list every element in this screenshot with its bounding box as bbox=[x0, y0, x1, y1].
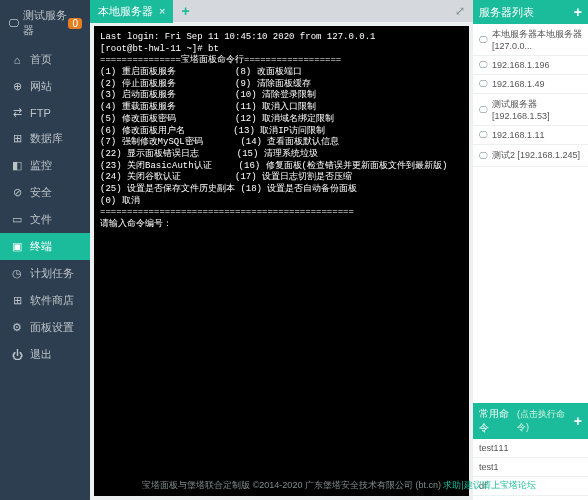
server-item-label: 192.168.1.11 bbox=[492, 130, 545, 140]
server-list-title: 服务器列表 bbox=[479, 5, 534, 20]
add-server-button[interactable]: + bbox=[574, 4, 582, 20]
terminal-output[interactable]: Last login: Fri Sep 11 10:45:10 2020 fro… bbox=[94, 26, 469, 496]
tab-label: 本地服务器 bbox=[98, 4, 153, 19]
tab-bar: 本地服务器 × + ⤢ bbox=[90, 0, 473, 22]
sidebar-icon: ▭ bbox=[10, 213, 24, 226]
sidebar-item-label: 计划任务 bbox=[30, 266, 74, 281]
forum-link[interactable]: 求助|建议请上宝塔论坛 bbox=[443, 480, 535, 490]
sidebar-item-label: 监控 bbox=[30, 158, 52, 173]
add-command-button[interactable]: + bbox=[574, 413, 582, 429]
server-item-label: 192.168.1.196 bbox=[492, 60, 550, 70]
right-panel: 服务器列表 + 🖵本地服务器本地服务器 [127.0.0...🖵192.168.… bbox=[473, 0, 588, 500]
sidebar-item-0[interactable]: ⌂首页 bbox=[0, 46, 90, 73]
sidebar-icon: ⚙ bbox=[10, 321, 24, 334]
tab-local-server[interactable]: 本地服务器 × bbox=[90, 0, 173, 23]
sidebar-header: 🖵 测试服务器 0 bbox=[0, 0, 90, 46]
sidebar: 🖵 测试服务器 0 ⌂首页⊕网站⇄FTP⊞数据库◧监控⊘安全▭文件▣终端◷计划任… bbox=[0, 0, 90, 500]
server-icon: 🖵 bbox=[8, 17, 19, 29]
sidebar-item-label: 退出 bbox=[30, 347, 52, 362]
sidebar-item-label: 文件 bbox=[30, 212, 52, 227]
tab-expand-icon[interactable]: ⤢ bbox=[447, 0, 473, 22]
server-item-label: 测试2 [192.168.1.245] bbox=[492, 149, 580, 162]
server-item-icon: 🖵 bbox=[479, 60, 488, 70]
sidebar-icon: ⌂ bbox=[10, 54, 24, 66]
sidebar-icon: ◧ bbox=[10, 159, 24, 172]
server-item-icon: 🖵 bbox=[479, 35, 488, 45]
sidebar-item-2[interactable]: ⇄FTP bbox=[0, 100, 90, 125]
sidebar-icon: ⏻ bbox=[10, 349, 24, 361]
footer: 宝塔面板与堡塔联合定制版 ©2014-2020 广东堡塔安全技术有限公司 (bt… bbox=[90, 475, 588, 496]
tab-close-icon[interactable]: × bbox=[159, 5, 165, 17]
sidebar-item-1[interactable]: ⊕网站 bbox=[0, 73, 90, 100]
sidebar-item-4[interactable]: ◧监控 bbox=[0, 152, 90, 179]
sidebar-item-label: 终端 bbox=[30, 239, 52, 254]
sidebar-icon: ◷ bbox=[10, 267, 24, 280]
server-item-label: 192.168.1.49 bbox=[492, 79, 545, 89]
sidebar-icon: ⊞ bbox=[10, 132, 24, 145]
server-item-label: 测试服务器 [192.168.1.53] bbox=[492, 98, 582, 121]
sidebar-item-label: 数据库 bbox=[30, 131, 63, 146]
sidebar-item-label: 面板设置 bbox=[30, 320, 74, 335]
server-item-1[interactable]: 🖵192.168.1.196 bbox=[473, 56, 588, 75]
sidebar-icon: ▣ bbox=[10, 240, 24, 253]
server-item-icon: 🖵 bbox=[479, 130, 488, 140]
sidebar-item-label: FTP bbox=[30, 107, 51, 119]
server-item-icon: 🖵 bbox=[479, 105, 488, 115]
sidebar-item-7[interactable]: ▣终端 bbox=[0, 233, 90, 260]
server-list-section: 服务器列表 + 🖵本地服务器本地服务器 [127.0.0...🖵192.168.… bbox=[473, 0, 588, 167]
sidebar-item-10[interactable]: ⚙面板设置 bbox=[0, 314, 90, 341]
sidebar-icon: ⇄ bbox=[10, 106, 24, 119]
copyright-text: 宝塔面板与堡塔联合定制版 ©2014-2020 广东堡塔安全技术有限公司 (bt… bbox=[142, 480, 441, 490]
sidebar-item-label: 首页 bbox=[30, 52, 52, 67]
sidebar-item-label: 安全 bbox=[30, 185, 52, 200]
sidebar-item-label: 网站 bbox=[30, 79, 52, 94]
sidebar-icon: ⊘ bbox=[10, 186, 24, 199]
server-list-header: 服务器列表 + bbox=[473, 0, 588, 24]
main-content: 本地服务器 × + ⤢ Last login: Fri Sep 11 10:45… bbox=[90, 0, 473, 500]
command-item-0[interactable]: test111 bbox=[473, 439, 588, 458]
sidebar-item-label: 软件商店 bbox=[30, 293, 74, 308]
sidebar-icon: ⊞ bbox=[10, 294, 24, 307]
server-item-4[interactable]: 🖵192.168.1.11 bbox=[473, 126, 588, 145]
sidebar-item-8[interactable]: ◷计划任务 bbox=[0, 260, 90, 287]
server-item-3[interactable]: 🖵测试服务器 [192.168.1.53] bbox=[473, 94, 588, 126]
sidebar-item-3[interactable]: ⊞数据库 bbox=[0, 125, 90, 152]
server-item-icon: 🖵 bbox=[479, 79, 488, 89]
server-item-icon: 🖵 bbox=[479, 151, 488, 161]
server-item-2[interactable]: 🖵192.168.1.49 bbox=[473, 75, 588, 94]
sidebar-item-11[interactable]: ⏻退出 bbox=[0, 341, 90, 368]
commands-hint: (点击执行命令) bbox=[517, 408, 574, 434]
notification-badge[interactable]: 0 bbox=[68, 18, 82, 29]
sidebar-title: 测试服务器 bbox=[23, 8, 68, 38]
commands-title: 常用命令 bbox=[479, 407, 517, 435]
commands-header: 常用命令 (点击执行命令) + bbox=[473, 403, 588, 439]
server-item-5[interactable]: 🖵测试2 [192.168.1.245] bbox=[473, 145, 588, 167]
sidebar-item-9[interactable]: ⊞软件商店 bbox=[0, 287, 90, 314]
sidebar-item-5[interactable]: ⊘安全 bbox=[0, 179, 90, 206]
server-item-label: 本地服务器本地服务器 [127.0.0... bbox=[492, 28, 582, 51]
sidebar-item-6[interactable]: ▭文件 bbox=[0, 206, 90, 233]
sidebar-icon: ⊕ bbox=[10, 80, 24, 93]
tab-add-button[interactable]: + bbox=[173, 0, 197, 23]
server-item-0[interactable]: 🖵本地服务器本地服务器 [127.0.0... bbox=[473, 24, 588, 56]
